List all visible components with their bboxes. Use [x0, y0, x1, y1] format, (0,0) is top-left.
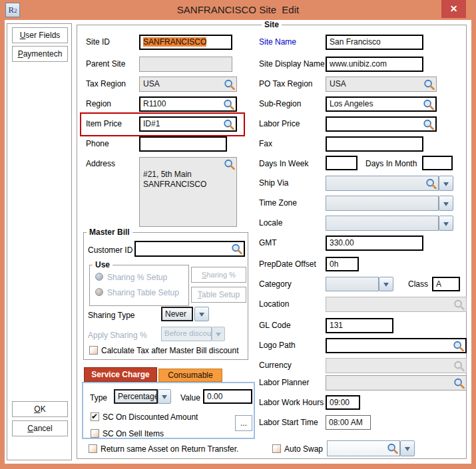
search-icon[interactable] — [423, 98, 434, 110]
more-options-button[interactable]: ... — [235, 415, 252, 431]
site-edit-dialog: R2 SANFRANCISCO Site Edit ✕ User Fields … — [0, 0, 476, 469]
labor-planner-field — [326, 375, 467, 391]
apply-sharing-combo: Before discount — [161, 327, 212, 341]
search-icon[interactable] — [224, 159, 235, 170]
item-price-field[interactable]: ID#1 — [139, 116, 237, 132]
po-tax-region-field: USA — [326, 77, 437, 92]
logo-path-field[interactable] — [326, 338, 467, 353]
sc-type-combo[interactable]: Percentage — [114, 389, 158, 404]
search-icon — [453, 360, 465, 371]
return-same-asset-label: Return same Asset on Return Transfer. — [101, 444, 238, 454]
labor-price-label: Labor Price — [259, 119, 300, 128]
site-id-label: Site ID — [86, 37, 110, 47]
sharing-table-radio-label: Sharing Table Setup — [107, 288, 179, 297]
tab-consumable[interactable]: Consumable — [158, 369, 222, 382]
cancel-button[interactable]: Cancel — [12, 420, 68, 436]
labor-planner-label: Labor Planner — [259, 378, 309, 387]
chevron-down-icon[interactable] — [400, 440, 415, 456]
search-icon[interactable] — [453, 377, 465, 389]
search-icon[interactable] — [387, 443, 398, 454]
category-combo — [326, 277, 379, 291]
site-display-name-label: Site Display Name — [259, 59, 325, 69]
sc-discounted-checkbox[interactable] — [91, 412, 99, 421]
phone-field[interactable] — [139, 136, 227, 152]
chevron-down-icon[interactable] — [379, 277, 393, 291]
days-in-week-field[interactable] — [326, 156, 357, 170]
search-icon[interactable] — [423, 118, 434, 130]
logo-path-label: Logo Path — [259, 341, 296, 350]
table-setup-button: Table Setup — [191, 287, 246, 303]
site-display-name-field[interactable]: www.unibiz.com — [326, 57, 423, 72]
sharing-type-combo[interactable]: Never — [161, 307, 193, 321]
title-bar[interactable]: R2 SANFRANCISCO Site Edit ✕ — [0, 0, 476, 20]
service-charge-panel: Type Percentage Value 0.00 SC On Discoun… — [82, 382, 255, 439]
tax-region-field: USA — [139, 77, 237, 92]
ok-button[interactable]: OK — [12, 401, 68, 417]
labor-start-time-field[interactable]: 08:00 AM — [326, 415, 371, 430]
class-field[interactable]: A — [432, 277, 460, 291]
days-in-month-field[interactable] — [422, 156, 453, 170]
days-in-week-label: Days In Week — [259, 159, 308, 168]
sharing-pct-radio — [95, 273, 103, 281]
site-id-field[interactable]: SANFRANCISCO — [139, 35, 232, 50]
tab-service-charge[interactable]: Service Charge — [84, 367, 157, 382]
chevron-down-icon[interactable] — [158, 389, 171, 404]
sc-sell-items-checkbox[interactable] — [91, 429, 99, 438]
labor-price-field[interactable] — [326, 116, 437, 132]
auto-swap-label: Auto Swap — [284, 444, 323, 454]
prepdate-offset-label: PrepDate Offset — [259, 259, 316, 269]
customer-id-field[interactable] — [134, 241, 245, 257]
chevron-down-icon[interactable] — [194, 307, 209, 321]
sharing-pct-radio-label: Sharing % Setup — [107, 273, 167, 282]
auto-swap-checkbox[interactable] — [272, 444, 281, 453]
apply-sharing-label: Apply Sharing % — [88, 331, 147, 340]
sub-region-label: Sub-Region — [259, 99, 301, 108]
search-icon[interactable] — [425, 178, 437, 189]
gl-code-field[interactable]: 131 — [326, 318, 393, 333]
client-area: User Fields Paymentech OK Cancel Site Si… — [5, 20, 471, 464]
sc-value-field[interactable]: 0.00 — [203, 389, 252, 404]
search-icon[interactable] — [453, 340, 464, 351]
chevron-down-icon[interactable] — [439, 176, 453, 191]
use-group-legend: Use — [93, 260, 113, 269]
tax-region-label: Tax Region — [86, 79, 126, 88]
site-name-field[interactable]: San Francisco — [326, 35, 423, 50]
user-fields-button[interactable]: User Fields — [12, 27, 68, 43]
return-same-asset-checkbox[interactable] — [89, 444, 97, 453]
labor-work-hours-label: Labor Work Hours — [259, 398, 324, 407]
search-icon[interactable] — [223, 98, 234, 110]
calc-tax-checkbox-label: Calculate Tax after Master Bill discount — [101, 346, 239, 355]
close-icon[interactable]: ✕ — [441, 0, 466, 18]
chevron-down-icon[interactable] — [439, 216, 453, 231]
region-field[interactable]: R1100 — [139, 96, 237, 112]
parent-site-field — [139, 57, 232, 72]
category-label: Category — [259, 279, 292, 289]
search-icon[interactable] — [231, 243, 242, 255]
sc-value-label: Value — [180, 393, 200, 402]
address-field[interactable]: #21, 5th Main SANFRANCISCO — [139, 157, 237, 227]
ship-via-label: Ship Via — [259, 178, 288, 188]
customer-id-label: Customer ID — [88, 245, 132, 255]
use-group: Use Sharing % Setup Sharing Table Setup — [89, 265, 189, 306]
gl-code-label: GL Code — [259, 321, 291, 330]
labor-start-time-label: Labor Start Time — [259, 418, 318, 427]
paymentech-button[interactable]: Paymentech — [12, 46, 68, 62]
prepdate-offset-field[interactable]: 0h — [326, 257, 359, 271]
phone-label: Phone — [86, 139, 109, 148]
search-icon[interactable] — [224, 78, 235, 90]
search-icon[interactable] — [423, 78, 435, 90]
location-label: Location — [259, 299, 289, 309]
chevron-down-icon[interactable] — [439, 196, 453, 211]
search-icon[interactable] — [223, 118, 234, 130]
labor-work-hours-field[interactable]: 09:00 — [326, 395, 360, 410]
fax-field[interactable] — [326, 136, 423, 152]
sub-region-field[interactable]: Los Angeles — [326, 96, 437, 112]
search-icon — [453, 299, 465, 310]
parent-site-label: Parent Site — [86, 59, 125, 69]
auto-swap-combo[interactable] — [327, 440, 400, 456]
site-group: Site Site ID SANFRANCISCO Parent Site Ta… — [77, 25, 467, 459]
gmt-field[interactable]: 330.00 — [326, 235, 423, 251]
location-field — [326, 297, 467, 312]
calc-tax-checkbox[interactable] — [89, 346, 98, 355]
locale-combo — [326, 216, 439, 231]
